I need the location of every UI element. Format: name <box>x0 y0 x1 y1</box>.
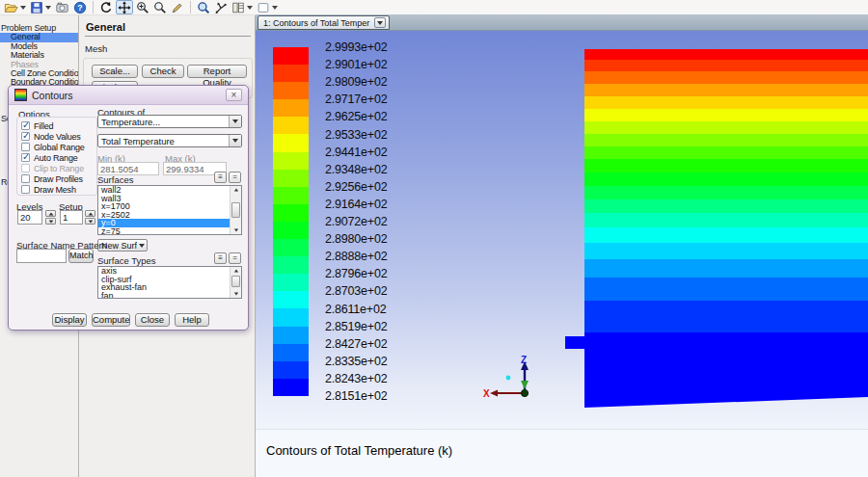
list-item[interactable]: fan <box>98 292 241 299</box>
contour-band <box>584 96 868 110</box>
dialog-title: Contours <box>32 90 226 101</box>
deselect-all-icon[interactable]: = <box>229 172 241 183</box>
checkbox-filled[interactable]: Filled <box>21 120 96 131</box>
contours-dialog-icon <box>14 89 27 101</box>
screenshot-icon[interactable] <box>54 0 70 14</box>
color-legend-bar <box>273 47 309 396</box>
checkbox-box[interactable] <box>21 132 30 141</box>
levels-stepper[interactable] <box>45 210 56 225</box>
legend-color-cell <box>273 187 309 204</box>
tab-dropdown-icon[interactable] <box>374 17 386 28</box>
list-item[interactable]: z=75 <box>98 227 241 235</box>
surfaces-scrollbar[interactable] <box>230 186 241 234</box>
legend-value-label: 2.8888e+02 <box>325 250 387 263</box>
checkbox-node-values[interactable]: Node Values <box>21 131 96 142</box>
legend-value-label: 2.8611e+02 <box>325 303 386 316</box>
surface-name-pattern-input[interactable] <box>16 249 67 263</box>
rotate-icon[interactable] <box>98 0 114 14</box>
setup-field[interactable]: 1 <box>60 210 83 225</box>
checkbox-clip-to-range[interactable]: Clip to Range <box>21 163 96 173</box>
zoom-in-icon[interactable] <box>135 0 150 14</box>
display-button[interactable]: Display <box>52 313 87 327</box>
checkbox-global-range[interactable]: Global Range <box>21 142 96 152</box>
levels-field[interactable]: 20 <box>17 210 42 225</box>
legend-value-label: 2.8519e+02 <box>325 320 387 333</box>
report-quality-button[interactable]: Report Quality <box>187 65 247 78</box>
legend-value-label: 2.9901e+02 <box>325 58 387 71</box>
surface-types-scrollbar[interactable] <box>230 267 241 298</box>
legend-color-cell <box>273 99 309 117</box>
legend-color-cell <box>273 344 309 361</box>
contour-viewport[interactable]: 2.9993e+022.9901e+022.9809e+022.9717e+02… <box>256 31 868 429</box>
close-icon[interactable]: × <box>226 89 242 101</box>
checkbox-label: Node Values <box>34 132 81 142</box>
zoom-box-icon[interactable] <box>152 0 168 14</box>
legend-color-cell <box>273 117 309 134</box>
help-button[interactable]: Help <box>175 313 209 327</box>
pan-icon[interactable] <box>116 0 133 14</box>
layout-icon[interactable] <box>256 0 279 14</box>
checkbox-box[interactable] <box>21 121 30 130</box>
legend-color-cell <box>273 379 309 396</box>
checkbox-box[interactable] <box>21 164 30 172</box>
select-all-icon[interactable]: ≡ <box>214 172 227 183</box>
axis-triad: X Z <box>482 355 538 403</box>
scale-button[interactable]: Scale... <box>92 65 138 78</box>
list-item[interactable]: x=2502 <box>98 211 241 220</box>
surface-types-label: Surface Types <box>97 255 156 266</box>
contours-of-value: Temperature... <box>98 117 229 127</box>
check-button[interactable]: Check <box>142 65 184 78</box>
compute-button[interactable]: Compute <box>92 313 130 327</box>
checkbox-auto-range[interactable]: Auto Range <box>21 152 96 163</box>
checkbox-box[interactable] <box>21 185 30 194</box>
contours-dialog: Contours × Options FilledNode ValuesGlob… <box>8 85 249 331</box>
contour-band <box>584 49 868 61</box>
contour-band <box>584 243 868 260</box>
sub-quantity-select[interactable]: Total Temperature <box>97 134 242 147</box>
legend-color-cell <box>273 152 309 170</box>
setup-stepper[interactable] <box>85 210 95 225</box>
graphics-tab-bar: 1: Contours of Total Temper <box>256 14 868 31</box>
open-icon[interactable] <box>3 0 27 14</box>
checkbox-draw-mesh[interactable]: Draw Mesh <box>21 184 96 195</box>
checkbox-box[interactable] <box>21 153 30 162</box>
sub-quantity-value: Total Temperature <box>98 136 229 146</box>
help-icon[interactable]: ? <box>72 0 88 14</box>
legend-color-cell <box>273 204 309 222</box>
checkbox-draw-profiles[interactable]: Draw Profiles <box>21 173 96 184</box>
legend-value-label: 2.8703e+02 <box>325 284 387 298</box>
contour-plot <box>584 49 868 408</box>
dialog-titlebar[interactable]: Contours × <box>9 86 248 105</box>
options-checkbox-list: FilledNode ValuesGlobal RangeAuto RangeC… <box>17 118 96 195</box>
legend-color-cell <box>273 170 309 187</box>
legend-value-label: 2.9717e+02 <box>325 93 387 106</box>
legend-value-label: 2.9533e+02 <box>325 128 387 142</box>
checkbox-box[interactable] <box>21 174 30 183</box>
checkbox-box[interactable] <box>21 143 30 151</box>
palette-icon[interactable] <box>231 0 254 14</box>
view-tools-icon[interactable] <box>213 0 229 14</box>
legend-value-label: 2.9072e+02 <box>325 215 387 228</box>
legend-value-label: 2.8796e+02 <box>325 267 387 280</box>
list-item[interactable]: exhaust-fan <box>98 283 241 292</box>
deselect-all-icon[interactable]: = <box>229 252 241 264</box>
match-button[interactable]: Match <box>68 249 94 263</box>
legend-value-label: 2.8243e+02 <box>325 372 387 385</box>
legend-color-cell <box>273 239 309 256</box>
surface-types-list[interactable]: axisclip-surfexhaust-fanfan <box>97 266 242 299</box>
select-all-icon[interactable]: ≡ <box>214 252 227 264</box>
surfaces-list[interactable]: wall2wall3x=1700x=2502y=0z=75 <box>97 185 242 235</box>
close-button[interactable]: Close <box>135 313 170 327</box>
contours-of-select[interactable]: Temperature... <box>97 115 242 128</box>
magnify-icon[interactable] <box>196 0 211 14</box>
contour-band <box>584 278 868 302</box>
legend-value-label: 2.9809e+02 <box>325 75 387 89</box>
legend-value-label: 2.8335e+02 <box>325 355 387 368</box>
contour-band <box>584 84 868 97</box>
graphics-tab[interactable]: 1: Contours of Total Temper <box>258 15 390 30</box>
probe-icon[interactable] <box>170 0 185 14</box>
save-icon[interactable] <box>29 0 52 14</box>
min-field[interactable]: 281.5054 <box>97 162 159 175</box>
chevron-down-icon <box>229 116 241 127</box>
legend-color-cell <box>273 308 309 326</box>
